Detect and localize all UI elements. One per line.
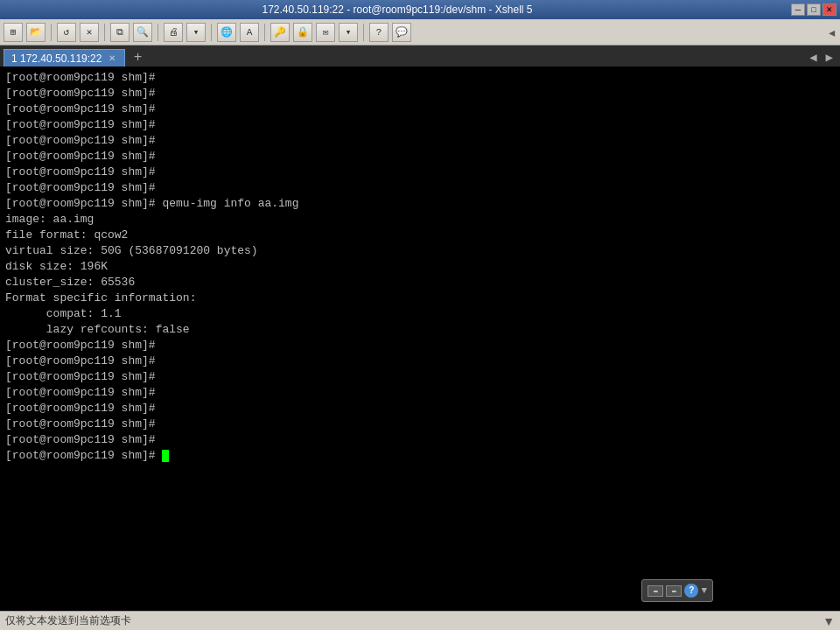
terminal-line-12: [root@room9pc119 shm]#: [5, 385, 835, 401]
separator-4: [211, 24, 212, 41]
new-button[interactable]: ⊞: [4, 23, 23, 42]
widget-screen-icon: ▬: [648, 585, 663, 597]
terminal-current-line: [root@room9pc119 shm]#: [5, 448, 835, 464]
output-disk-size: disk size: 196K: [5, 259, 835, 275]
separator-6: [363, 24, 364, 41]
output-format-info-header: Format specific information:: [5, 290, 835, 306]
disconnect-button[interactable]: ✕: [80, 23, 99, 42]
terminal-line-1: [root@room9pc119 shm]#: [5, 70, 835, 86]
output-format: file format: qcow2: [5, 228, 835, 243]
window-controls: ─ □ ✕: [791, 4, 836, 16]
separator-3: [158, 24, 158, 41]
terminal-line-10: [root@room9pc119 shm]#: [5, 354, 835, 369]
output-lazy-refcounts: lazy refcounts: false: [5, 322, 835, 338]
separator-2: [104, 24, 105, 41]
window-title: 172.40.50.119:22 - root@room9pc119:/dev/…: [4, 4, 791, 16]
lock-button[interactable]: 🔒: [293, 23, 312, 42]
terminal-line-11: [root@room9pc119 shm]#: [5, 369, 835, 385]
terminal-line-7: [root@room9pc119 shm]#: [5, 164, 835, 180]
key-button[interactable]: 🔑: [270, 23, 290, 42]
copy-button[interactable]: ⧉: [110, 23, 130, 42]
terminal-line-2: [root@room9pc119 shm]#: [5, 86, 835, 102]
globe-button[interactable]: 🌐: [217, 23, 236, 42]
reconnect-button[interactable]: ↺: [57, 23, 76, 42]
tab-bar: 1 172.40.50.119:22 ✕ + ◀ ▶: [0, 46, 840, 66]
terminal-line-6: [root@room9pc119 shm]#: [5, 149, 835, 164]
title-bar: 172.40.50.119:22 - root@room9pc119:/dev/…: [0, 0, 840, 19]
tab-nav-left[interactable]: ◀: [806, 50, 820, 65]
terminal-line-13: [root@room9pc119 shm]#: [5, 401, 835, 416]
status-text: 仅将文本发送到当前选项卡: [5, 613, 822, 628]
terminal-area[interactable]: [root@room9pc119 shm]# [root@room9pc119 …: [0, 66, 840, 611]
terminal-line-3: [root@room9pc119 shm]#: [5, 102, 835, 117]
terminal-line-4: [root@room9pc119 shm]#: [5, 117, 835, 133]
output-compat: compat: 1.1: [5, 306, 835, 322]
help-button[interactable]: ?: [369, 23, 388, 42]
toolbar-collapse[interactable]: ◂: [827, 23, 836, 42]
compose-button[interactable]: ✉: [316, 23, 335, 42]
toolbar: ⊞ 📂 ↺ ✕ ⧉ 🔍 🖨 ▾ 🌐 A 🔑 🔒 ✉ ▾ ? 💬 ◂: [0, 19, 840, 46]
tab-close-button[interactable]: ✕: [107, 53, 117, 64]
dropdown-2[interactable]: ▾: [339, 23, 358, 42]
float-widget[interactable]: ▬ ▬ ? ▼: [641, 579, 713, 602]
dropdown-1[interactable]: ▾: [186, 23, 206, 42]
widget-dropdown-button[interactable]: ▼: [701, 583, 707, 598]
tab-nav: ◀ ▶: [806, 50, 836, 66]
close-button[interactable]: ✕: [822, 4, 836, 16]
output-cluster-size: cluster_size: 65536: [5, 275, 835, 290]
output-image: image: aa.img: [5, 212, 835, 228]
terminal-line-8: [root@room9pc119 shm]#: [5, 180, 835, 196]
find-button[interactable]: 🔍: [133, 23, 152, 42]
open-button[interactable]: 📂: [26, 23, 46, 42]
widget-screen-icon-2: ▬: [666, 585, 682, 597]
minimize-button[interactable]: ─: [791, 4, 805, 16]
cursor: [162, 450, 169, 462]
output-virtual-size: virtual size: 50G (53687091200 bytes): [5, 243, 835, 259]
active-tab[interactable]: 1 172.40.50.119:22 ✕: [4, 49, 125, 66]
print-button[interactable]: 🖨: [164, 23, 183, 42]
terminal-line-14: [root@room9pc119 shm]#: [5, 416, 835, 432]
widget-help-button[interactable]: ?: [684, 584, 698, 598]
terminal-cmd-line: [root@room9pc119 shm]# qemu-img info aa.…: [5, 196, 835, 212]
status-dropdown-arrow[interactable]: ▼: [822, 614, 835, 628]
separator-5: [264, 24, 265, 41]
tab-nav-right[interactable]: ▶: [822, 50, 836, 65]
terminal-line-15: [root@room9pc119 shm]#: [5, 432, 835, 448]
status-bar: 仅将文本发送到当前选项卡 ▼: [0, 611, 840, 630]
font-button[interactable]: A: [240, 23, 259, 42]
new-tab-button[interactable]: +: [129, 49, 146, 66]
tab-label: 1 172.40.50.119:22: [11, 52, 102, 65]
terminal-line-5: [root@room9pc119 shm]#: [5, 133, 835, 149]
chat-button[interactable]: 💬: [392, 23, 411, 42]
separator-1: [51, 24, 52, 41]
maximize-button[interactable]: □: [807, 4, 821, 16]
terminal-line-9: [root@room9pc119 shm]#: [5, 338, 835, 354]
